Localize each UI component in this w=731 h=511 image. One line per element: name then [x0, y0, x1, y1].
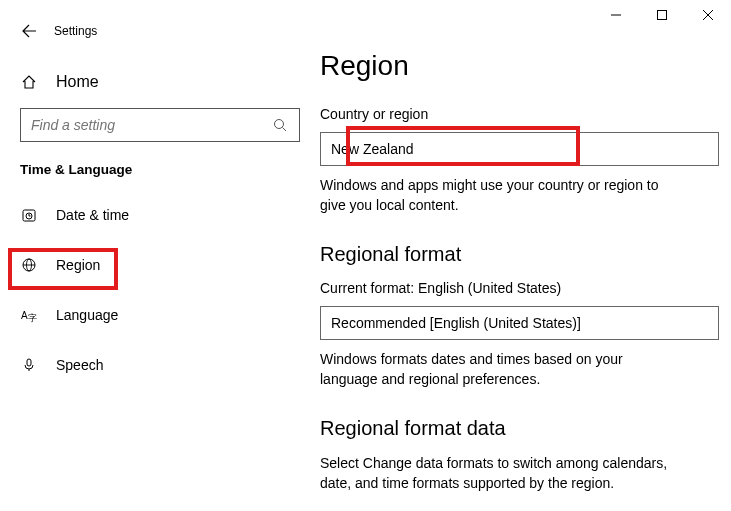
sidebar-section-title: Time & Language — [10, 162, 310, 177]
sidebar-item-label: Speech — [56, 357, 103, 373]
search-icon — [271, 116, 289, 134]
country-helper: Windows and apps might use your country … — [320, 176, 675, 215]
language-icon: A字 — [20, 306, 38, 324]
sidebar-item-date-time[interactable]: Date & time — [10, 195, 310, 235]
search-input[interactable] — [20, 108, 300, 142]
format-dropdown[interactable]: Recommended [English (United States)] — [320, 306, 719, 340]
format-data-heading: Regional format data — [320, 417, 719, 440]
country-value: New Zealand — [331, 141, 414, 157]
country-dropdown[interactable]: New Zealand — [320, 132, 719, 166]
sidebar-item-language[interactable]: A字 Language — [10, 295, 310, 335]
search-field[interactable] — [31, 117, 261, 133]
sidebar-item-speech[interactable]: Speech — [10, 345, 310, 385]
current-format-label: Current format: English (United States) — [320, 280, 719, 296]
home-label: Home — [56, 73, 99, 91]
home-icon — [20, 73, 38, 91]
svg-text:A: A — [21, 310, 28, 321]
sidebar-item-label: Date & time — [56, 207, 129, 223]
country-label: Country or region — [320, 106, 719, 122]
page-title: Region — [320, 50, 719, 82]
globe-icon — [20, 256, 38, 274]
format-value: Recommended [English (United States)] — [331, 315, 581, 331]
home-nav[interactable]: Home — [10, 62, 310, 102]
sidebar-item-region[interactable]: Region — [10, 245, 310, 285]
minimize-button[interactable] — [593, 0, 639, 30]
svg-line-5 — [283, 128, 287, 132]
microphone-icon — [20, 356, 38, 374]
format-helper: Windows formats dates and times based on… — [320, 350, 675, 389]
close-button[interactable] — [685, 0, 731, 30]
app-name-label: Settings — [54, 24, 97, 38]
sidebar-item-label: Language — [56, 307, 118, 323]
clock-icon — [20, 206, 38, 224]
svg-rect-15 — [27, 359, 31, 366]
maximize-button[interactable] — [639, 0, 685, 30]
svg-point-4 — [275, 120, 284, 129]
svg-rect-1 — [658, 11, 667, 20]
back-arrow-icon[interactable] — [20, 22, 38, 40]
svg-text:字: 字 — [28, 313, 37, 323]
regional-format-heading: Regional format — [320, 243, 719, 266]
sidebar-item-label: Region — [56, 257, 100, 273]
format-data-helper: Select Change data formats to switch amo… — [320, 454, 675, 493]
